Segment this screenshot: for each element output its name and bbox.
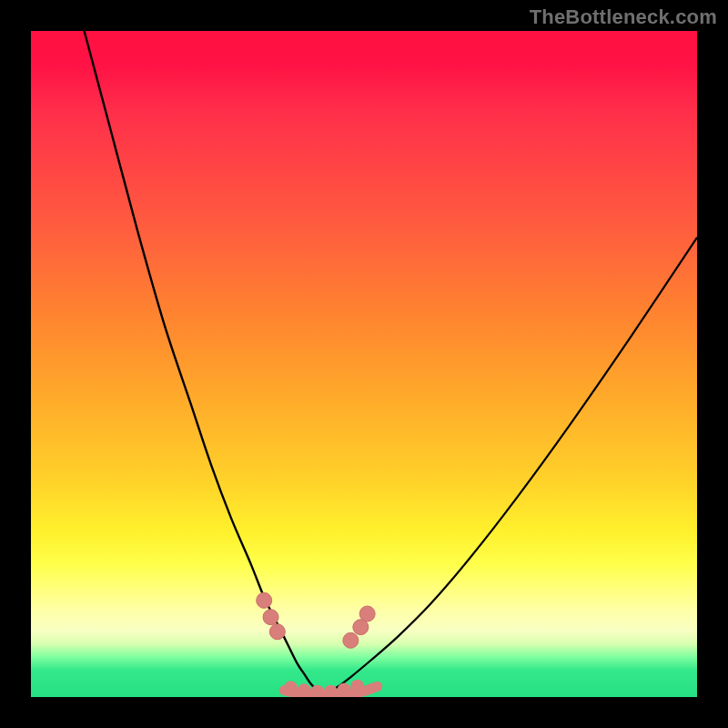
- data-marker: [350, 680, 364, 693]
- data-markers: [257, 592, 375, 648]
- left-curve: [85, 31, 325, 693]
- data-marker: [338, 682, 351, 696]
- curve-layer: [31, 31, 697, 697]
- plot-area: [31, 31, 697, 697]
- data-marker: [257, 592, 272, 608]
- data-marker: [269, 624, 285, 640]
- data-marker: [343, 632, 359, 648]
- data-marker: [284, 681, 298, 694]
- data-marker: [263, 610, 278, 625]
- data-marker: [298, 683, 311, 697]
- data-marker: [359, 606, 375, 622]
- right-curve: [324, 238, 697, 693]
- chart-frame: TheBottleneck.com: [0, 0, 728, 728]
- data-marker: [324, 685, 338, 697]
- watermark-text: TheBottleneck.com: [530, 5, 717, 29]
